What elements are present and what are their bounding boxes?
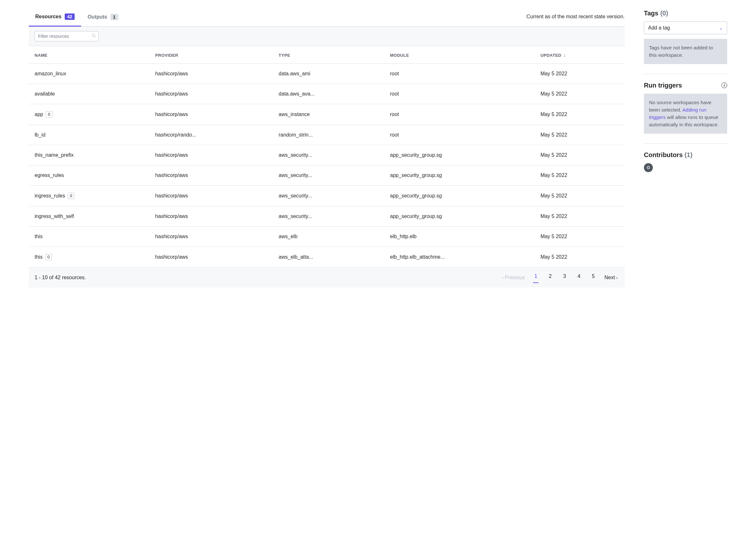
cell-module: root [384,64,535,84]
col-type[interactable]: TYPE [273,46,384,64]
add-tag-dropdown[interactable]: Add a tag ⌄ [644,21,727,34]
tab-count-badge: 1 [111,14,118,20]
table-row[interactable]: thishashicorp/awsaws_elbelb_http.elbMay … [29,227,625,247]
avatar[interactable]: O [644,163,653,172]
cell-updated: May 5 2022 [535,185,625,207]
col-provider[interactable]: PROVIDER [149,46,273,64]
index-badge: 0 [45,254,52,260]
tabs: Resources 42 Outputs 1 [29,10,124,26]
page-2[interactable]: 2 [548,272,553,283]
cell-type: aws_elb_atta... [273,247,384,268]
cell-module: app_security_group.sg [384,165,535,185]
state-version-status: Current as of the most recent state vers… [526,14,625,22]
svg-line-1 [94,36,96,38]
chevron-left-icon: ‹ [502,275,503,280]
col-module[interactable]: MODULE [384,46,535,64]
cell-name: ingress_rules0 [29,185,149,207]
page-5[interactable]: 5 [591,272,596,283]
cell-module: app_security_group.sg [384,145,535,165]
page-1[interactable]: 1 [533,272,538,283]
divider [644,74,727,74]
pagination-bar: 1 - 10 of 42 resources. ‹ Previous 12345… [29,268,625,288]
tab-label: Resources [35,14,62,19]
cell-updated: May 5 2022 [535,125,625,145]
table-row[interactable]: availablehashicorp/awsdata.aws_ava...roo… [29,84,625,104]
cell-module: elb_http.elb_attachme... [384,247,535,268]
cell-name: this_name_prefix [29,145,149,165]
cell-provider: hashicorp/aws [149,64,273,84]
cell-type: aws_security... [273,207,384,227]
table-row[interactable]: app0hashicorp/awsaws_instancerootMay 5 2… [29,104,625,125]
filter-input[interactable] [35,31,99,42]
cell-module: root [384,104,535,125]
cell-provider: hashicorp/aws [149,145,273,165]
page-3[interactable]: 3 [562,272,567,283]
filter-bar [29,27,625,46]
col-name[interactable]: NAME [29,46,149,64]
cell-name: app0 [29,104,149,125]
index-badge: 0 [46,111,53,118]
tags-title: Tags (0) [644,10,668,17]
cell-updated: May 5 2022 [535,247,625,268]
cell-type: aws_security... [273,165,384,185]
cell-type: data.aws_ami [273,64,384,84]
tab-count-badge: 42 [65,14,75,20]
chevron-right-icon: › [616,275,618,280]
cell-updated: May 5 2022 [535,227,625,247]
info-icon[interactable]: i [721,82,727,88]
cell-type: aws_security... [273,145,384,165]
cell-updated: May 5 2022 [535,165,625,185]
table-row[interactable]: amazon_linuxhashicorp/awsdata.aws_amiroo… [29,64,625,84]
svg-point-0 [92,34,95,37]
sort-down-icon: ↓ [562,53,566,58]
cell-name: available [29,84,149,104]
cell-updated: May 5 2022 [535,207,625,227]
cell-name: lb_id [29,125,149,145]
table-row[interactable]: this0hashicorp/awsaws_elb_atta...elb_htt… [29,247,625,268]
index-badge: 0 [68,193,74,199]
main-content: Resources 42 Outputs 1 Current as of the… [29,10,625,288]
cell-type: aws_instance [273,104,384,125]
cell-name: amazon_linux [29,64,149,84]
page-4[interactable]: 4 [576,272,582,283]
cell-type: random_strin... [273,125,384,145]
table-row[interactable]: ingress_rules0hashicorp/awsaws_security.… [29,185,625,207]
tab-outputs[interactable]: Outputs 1 [81,10,124,26]
contributors-section: Contributors (1) O [644,151,727,172]
cell-type: data.aws_ava... [273,84,384,104]
contributors-title: Contributors (1) [644,151,692,159]
pagination-info: 1 - 10 of 42 resources. [35,275,86,280]
cell-name: ingress_with_self [29,207,149,227]
pagination: ‹ Previous 12345 Next › [501,272,619,283]
pagination-previous[interactable]: ‹ Previous [501,273,526,282]
cell-module: app_security_group.sg [384,185,535,207]
cell-provider: hashicorp/aws [149,104,273,125]
run-triggers-section: Run triggers i No source workspaces have… [644,82,727,134]
cell-provider: hashicorp/aws [149,84,273,104]
run-triggers-title: Run triggers [644,82,682,89]
cell-provider: hashicorp/rando... [149,125,273,145]
pagination-next[interactable]: Next › [603,273,619,282]
table-row[interactable]: egress_ruleshashicorp/awsaws_security...… [29,165,625,185]
tags-empty-message: Tags have not been added to this workspa… [644,39,727,64]
cell-module: root [384,84,535,104]
cell-provider: hashicorp/aws [149,207,273,227]
cell-provider: hashicorp/aws [149,247,273,268]
cell-module: app_security_group.sg [384,207,535,227]
cell-provider: hashicorp/aws [149,165,273,185]
cell-updated: May 5 2022 [535,64,625,84]
cell-module: elb_http.elb [384,227,535,247]
cell-type: aws_elb [273,227,384,247]
col-updated[interactable]: UPDATED ↓ [535,46,625,64]
tabs-header: Resources 42 Outputs 1 Current as of the… [29,10,625,27]
cell-provider: hashicorp/aws [149,185,273,207]
chevron-down-icon: ⌄ [719,25,723,30]
sidebar: Tags (0) Add a tag ⌄ Tags have not been … [644,10,727,288]
cell-name: egress_rules [29,165,149,185]
cell-name: this0 [29,247,149,268]
tab-resources[interactable]: Resources 42 [29,10,81,27]
table-row[interactable]: this_name_prefixhashicorp/awsaws_securit… [29,145,625,165]
table-row[interactable]: ingress_with_selfhashicorp/awsaws_securi… [29,207,625,227]
cell-module: root [384,125,535,145]
table-row[interactable]: lb_idhashicorp/rando...random_strin...ro… [29,125,625,145]
